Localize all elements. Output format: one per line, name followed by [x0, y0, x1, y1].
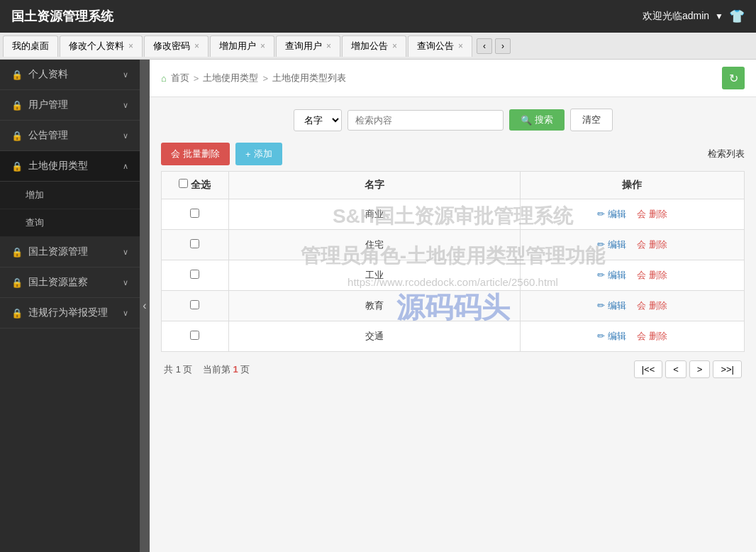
row-checkbox-4[interactable] — [190, 331, 199, 340]
tab-add-notice[interactable]: 增加公告 × — [342, 35, 406, 57]
chevron-up-icon: ∧ — [123, 162, 128, 171]
app-title: 国土资源管理系统 — [11, 8, 113, 25]
add-button[interactable]: + 添加 — [235, 143, 282, 165]
sidebar-sub-item-add[interactable]: 增加 — [0, 182, 140, 209]
content-area: 名字 🔍 搜索 清空 会 批量删除 + 添加 检索列表 — [150, 97, 756, 398]
table-row: 商业 ✏ 编辑 会 删除 — [162, 199, 745, 230]
sidebar-label-notice-manage: 公告管理 — [28, 129, 68, 142]
delete-button-4[interactable]: 会 删除 — [633, 329, 672, 344]
pagination-info: 共 1 页 当前第 1 页 — [164, 363, 250, 376]
header-right: 欢迎光临admin ▼ 👕 — [643, 9, 745, 24]
row-checkbox-3[interactable] — [190, 300, 199, 309]
sidebar-label-user-manage: 用户管理 — [28, 99, 68, 111]
row-name-cell: 教育 — [228, 291, 520, 321]
row-name-cell: 交通 — [228, 321, 520, 352]
pagination-next-button[interactable]: > — [689, 360, 711, 378]
row-checkbox-0[interactable] — [190, 209, 199, 218]
sidebar-label-land-type: 土地使用类型 — [28, 160, 88, 172]
tab-close-add-notice[interactable]: × — [392, 41, 397, 51]
search-list-label: 检索列表 — [708, 148, 745, 160]
tab-change-password[interactable]: 修改密码 × — [144, 35, 209, 57]
delete-button-1[interactable]: 会 删除 — [633, 237, 672, 253]
refresh-button[interactable]: ↻ — [722, 67, 745, 89]
shirt-icon[interactable]: 👕 — [729, 9, 745, 24]
chevron-down-icon: ∨ — [123, 131, 128, 140]
clear-button[interactable]: 清空 — [570, 109, 613, 131]
chevron-down-icon: ∨ — [123, 248, 128, 257]
delete-button-0[interactable]: 会 删除 — [633, 206, 672, 222]
table-row: 住宅 ✏ 编辑 会 删除 — [162, 230, 745, 260]
sidebar-item-land-manage[interactable]: 🔒 国土资源管理 ∨ — [0, 237, 140, 267]
sidebar-item-land-monitor[interactable]: 🔒 国土资源监察 ∨ — [0, 267, 140, 298]
sidebar-sub-item-query[interactable]: 查询 — [0, 209, 140, 237]
main-layout: 🔒 个人资料 ∨ 🔒 用户管理 ∨ 🔒 公告管理 ∨ 🔒 土地使用类型 — [0, 60, 756, 552]
tab-prev-button[interactable]: ‹ — [477, 38, 492, 54]
table-row: 教育 ✏ 编辑 会 删除 — [162, 291, 745, 321]
row-checkbox-cell — [162, 230, 229, 260]
table-container: S&H国土资源审批管理系统 管理员角色-土地使用类型管理功能 https://w… — [161, 171, 745, 352]
lock-icon: 🔒 — [11, 247, 23, 258]
pagination-last-button[interactable]: >>| — [713, 360, 742, 378]
sidebar-label-land-monitor: 国土资源监察 — [28, 276, 88, 289]
row-name-cell: 工业 — [228, 260, 520, 291]
table-row: 交通 ✏ 编辑 会 删除 — [162, 321, 745, 352]
row-op-cell: ✏ 编辑 会 删除 — [520, 321, 744, 352]
table-row: 工业 ✏ 编辑 会 删除 — [162, 260, 745, 291]
edit-button-0[interactable]: ✏ 编辑 — [593, 206, 630, 222]
tab-query-notice[interactable]: 查询公告 × — [408, 35, 472, 57]
sidebar-item-user-manage[interactable]: 🔒 用户管理 ∨ — [0, 90, 140, 121]
sidebar-item-notice-manage[interactable]: 🔒 公告管理 ∨ — [0, 121, 140, 151]
tab-next-button[interactable]: › — [495, 38, 511, 54]
delete-button-3[interactable]: 会 删除 — [633, 298, 672, 314]
search-button[interactable]: 🔍 搜索 — [509, 109, 565, 131]
sidebar-toggle-button[interactable]: ‹ — [140, 60, 150, 552]
sidebar-item-land-type[interactable]: 🔒 土地使用类型 ∧ — [0, 151, 140, 182]
row-name-cell: 商业 — [228, 199, 520, 230]
sidebar-item-personal[interactable]: 🔒 个人资料 ∨ — [0, 60, 140, 90]
tab-add-user[interactable]: 增加用户 × — [210, 35, 274, 57]
table-header-select: 全选 — [162, 172, 229, 199]
tab-close-add-user[interactable]: × — [260, 41, 265, 51]
sidebar-item-violation-report[interactable]: 🔒 违规行为举报受理 ∨ — [0, 298, 140, 329]
breadcrumb-home[interactable]: 首页 — [171, 72, 189, 84]
delete-icon: 会 — [171, 148, 180, 160]
pagination-first-button[interactable]: |<< — [634, 360, 663, 378]
row-checkbox-1[interactable] — [190, 239, 199, 248]
tab-my-desk[interactable]: 我的桌面 — [3, 35, 58, 57]
welcome-text: 欢迎光临admin — [643, 10, 709, 23]
row-checkbox-2[interactable] — [190, 270, 199, 279]
row-op-cell: ✏ 编辑 会 删除 — [520, 199, 744, 230]
delete-button-2[interactable]: 会 删除 — [633, 267, 672, 283]
breadcrumb-parent[interactable]: 土地使用类型 — [203, 72, 258, 84]
breadcrumb: ⌂ 首页 > 土地使用类型 > 土地使用类型列表 ↻ — [150, 60, 756, 97]
pagination-bar: 共 1 页 当前第 1 页 |<< < > >>| — [161, 352, 745, 387]
tab-close-query-notice[interactable]: × — [458, 41, 463, 51]
user-dropdown-icon[interactable]: ▼ — [715, 11, 723, 21]
edit-button-3[interactable]: ✏ 编辑 — [593, 298, 630, 314]
tab-close-query-user[interactable]: × — [326, 41, 331, 51]
table-header-name: 名字 — [228, 172, 520, 199]
lock-icon: 🔒 — [11, 277, 23, 288]
row-checkbox-cell — [162, 321, 229, 352]
edit-button-2[interactable]: ✏ 编辑 — [593, 267, 630, 283]
lock-icon: 🔒 — [11, 100, 23, 111]
batch-delete-button[interactable]: 会 批量删除 — [161, 143, 230, 165]
chevron-down-icon: ∨ — [123, 278, 128, 287]
tab-close-change-password[interactable]: × — [194, 41, 199, 51]
edit-button-4[interactable]: ✏ 编辑 — [593, 329, 630, 344]
search-input[interactable] — [348, 110, 504, 131]
search-bar: 名字 🔍 搜索 清空 — [161, 109, 745, 131]
tab-close-edit-profile[interactable]: × — [128, 41, 133, 51]
tab-edit-profile[interactable]: 修改个人资料 × — [60, 35, 143, 57]
data-table: 全选 名字 操作 商业 ✏ 编辑 会 删除 — [161, 171, 745, 352]
sidebar-sub-land-type: 增加 查询 — [0, 182, 140, 237]
search-field-select[interactable]: 名字 — [294, 109, 342, 131]
pagination-prev-button[interactable]: < — [665, 360, 686, 378]
select-all-checkbox[interactable] — [179, 179, 188, 188]
tab-query-user[interactable]: 查询用户 × — [276, 35, 340, 57]
breadcrumb-current: 土地使用类型列表 — [272, 72, 346, 84]
edit-button-1[interactable]: ✏ 编辑 — [593, 237, 630, 253]
lock-icon: 🔒 — [11, 161, 23, 172]
row-op-cell: ✏ 编辑 会 删除 — [520, 291, 744, 321]
lock-icon: 🔒 — [11, 70, 23, 80]
